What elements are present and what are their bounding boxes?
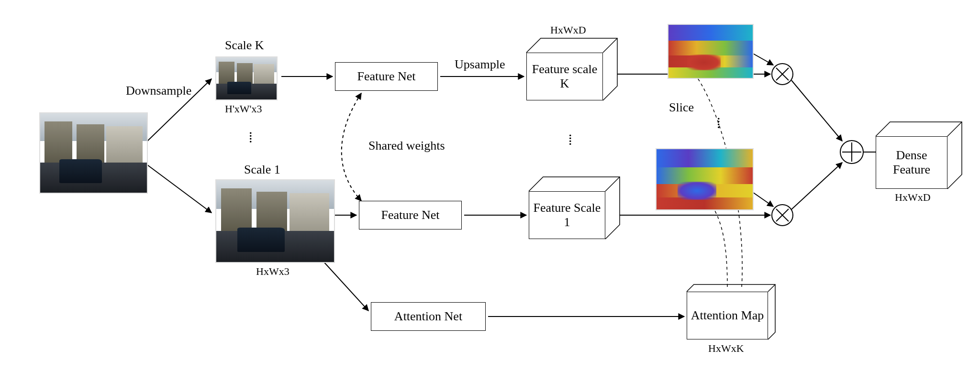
svg-line-8 [603, 38, 617, 53]
label-upsample: Upsample [455, 57, 505, 72]
svg-line-11 [947, 122, 962, 136]
vdots-heatmaps: ···· [717, 117, 721, 129]
input-image [39, 112, 148, 194]
label-scale-k: Scale K [225, 38, 264, 53]
box-feature-net-a: Feature Net [335, 62, 438, 91]
svg-line-22 [791, 80, 842, 141]
svg-line-15 [751, 191, 773, 207]
svg-line-14 [751, 53, 773, 65]
scaled-image-k [215, 56, 278, 100]
multiply-icon [772, 205, 793, 226]
box-feature-net-b: Feature Net [359, 201, 462, 229]
scaled-image-1 [215, 179, 335, 263]
label-dims-small: H'xW'x3 [225, 103, 262, 115]
label-dims-featk: HxWxD [550, 24, 586, 36]
label-scale-1: Scale 1 [244, 163, 280, 177]
diagram-canvas: Downsample Scale K H'xW'x3 ···· Scale 1 … [0, 0, 980, 382]
svg-line-10 [768, 284, 775, 292]
box-attention-net: Attention Net [371, 302, 486, 331]
add-icon [840, 141, 863, 164]
svg-line-4 [318, 256, 368, 311]
attention-slice-k [668, 24, 754, 79]
label-slice: Slice [669, 100, 694, 115]
vdots-scales: ···· [249, 131, 253, 143]
label-dims-out: HxWxD [895, 191, 931, 204]
multiply-icon [772, 64, 793, 85]
vdots-features: ···· [568, 134, 572, 145]
svg-line-23 [791, 163, 842, 209]
label-dims-attn: HxWxK [708, 342, 744, 355]
svg-line-9 [605, 177, 620, 191]
attention-slice-1 [656, 148, 754, 210]
label-downsample: Downsample [126, 84, 191, 98]
svg-line-1 [147, 165, 212, 213]
label-dims-full: HxWx3 [256, 265, 290, 278]
label-shared-weights: Shared weights [368, 139, 445, 153]
